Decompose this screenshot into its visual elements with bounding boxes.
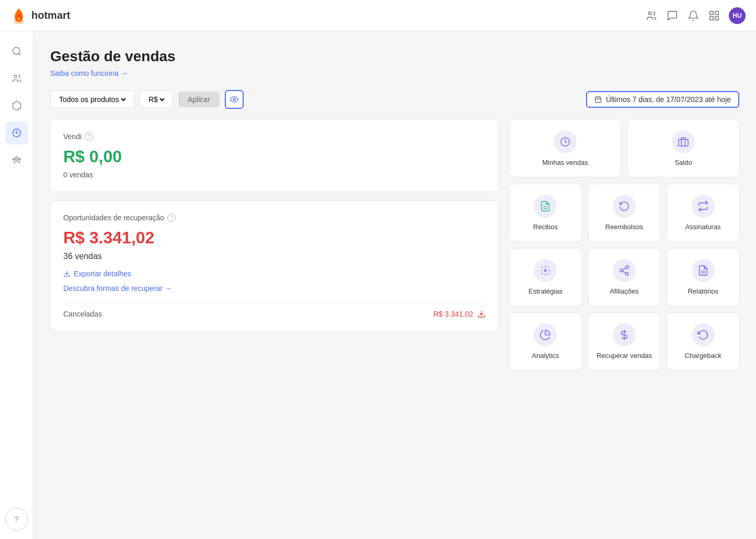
- svg-point-18: [544, 270, 546, 272]
- date-filter[interactable]: Últimos 7 dias, de 17/07/2023 até hoje: [586, 91, 739, 108]
- filters-row: Todos os produtos R$ Aplicar Últimos 7 d…: [50, 90, 739, 109]
- card-reembolsos[interactable]: Reembolsos: [588, 184, 661, 242]
- export-icon: [63, 270, 71, 277]
- export-link[interactable]: Exportar detalhes: [63, 270, 486, 278]
- reembolsos-label: Reembolsos: [605, 223, 643, 231]
- product-filter[interactable]: Todos os produtos: [50, 91, 134, 108]
- cancelled-label: Canceladas: [63, 310, 102, 318]
- cancelled-value: R$ 3.341,02: [433, 310, 486, 318]
- afiliacoes-icon: [613, 259, 636, 282]
- right-grid: Minhas vendas Saldo Re: [509, 119, 739, 370]
- estrategias-icon: [534, 259, 557, 282]
- svg-rect-2: [710, 11, 713, 14]
- card-estrategias[interactable]: Estratégias: [509, 248, 582, 306]
- card-analytics[interactable]: Analytics: [509, 312, 582, 370]
- recibos-label: Recibos: [533, 223, 558, 231]
- grid-row-2: Recibos Reembolsos Assinaturas: [509, 184, 739, 242]
- card-recuperar-vendas[interactable]: Recuperar vendas: [588, 312, 661, 370]
- svg-point-9: [15, 157, 18, 160]
- bell-icon[interactable]: [687, 9, 700, 22]
- right-panel-inner: Minhas vendas Saldo Re: [509, 119, 739, 370]
- card-afiliacoes[interactable]: Afiliações: [588, 248, 661, 306]
- sidebar-item-products[interactable]: [5, 94, 28, 117]
- svg-rect-4: [710, 16, 713, 19]
- logo-flame-icon: [10, 7, 27, 24]
- vendi-sales: 0 vendas: [63, 171, 486, 179]
- analytics-label: Analytics: [532, 352, 559, 360]
- svg-rect-3: [715, 11, 718, 14]
- card-recibos[interactable]: Recibos: [509, 184, 582, 242]
- cancelled-row: Canceladas R$ 3.341,02: [63, 310, 486, 318]
- sidebar-help-button[interactable]: ?: [5, 508, 28, 531]
- recovery-help-icon[interactable]: ?: [167, 214, 176, 222]
- grid-icon[interactable]: [708, 9, 720, 22]
- vendi-help-icon[interactable]: ?: [85, 132, 93, 141]
- afiliacoes-label: Afiliações: [610, 287, 639, 295]
- analytics-icon: [534, 323, 557, 346]
- recuperar-vendas-icon: [613, 323, 636, 346]
- svg-point-6: [13, 48, 19, 54]
- svg-point-7: [14, 75, 17, 77]
- card-relatorios[interactable]: Relatórios: [667, 248, 739, 306]
- recuperar-vendas-label: Recuperar vendas: [597, 352, 652, 360]
- svg-rect-5: [715, 16, 718, 19]
- logo-text: hotmart: [31, 9, 70, 21]
- vendi-card: Vendi ? R$ 0,00 0 vendas: [50, 119, 499, 192]
- page-subtitle-link[interactable]: Saiba como funciona →: [50, 69, 739, 77]
- page-title: Gestão de vendas: [50, 48, 739, 65]
- download-icon[interactable]: [477, 310, 486, 318]
- chargeback-icon: [692, 323, 715, 346]
- recibos-icon: [534, 195, 557, 218]
- svg-point-1: [649, 12, 652, 15]
- minhas-vendas-label: Minhas vendas: [542, 159, 588, 166]
- assinaturas-label: Assinaturas: [685, 223, 721, 231]
- minhas-vendas-icon: [554, 130, 577, 153]
- eye-toggle-button[interactable]: [225, 90, 244, 109]
- card-saldo[interactable]: Saldo: [627, 119, 739, 177]
- svg-point-19: [626, 266, 629, 268]
- card-assinaturas[interactable]: Assinaturas: [667, 184, 739, 242]
- sidebar-item-finance[interactable]: [5, 121, 28, 144]
- chat-icon[interactable]: [666, 9, 679, 22]
- sidebar-item-search[interactable]: [5, 40, 28, 63]
- svg-point-21: [626, 273, 629, 276]
- chargeback-label: Chargeback: [685, 352, 721, 360]
- divider: [63, 303, 486, 304]
- relatorios-label: Relatórios: [688, 287, 718, 295]
- svg-rect-15: [679, 139, 688, 146]
- recover-link[interactable]: Descubra formas de recuperar →: [63, 284, 486, 293]
- recovery-card: Oportunidades de recuperação ? R$ 3.341,…: [50, 200, 499, 331]
- saldo-icon: [672, 130, 695, 153]
- reembolsos-icon: [613, 195, 636, 218]
- main-content: Gestão de vendas Saiba como funciona → T…: [33, 31, 756, 539]
- grid-row-1: Minhas vendas Saldo: [509, 119, 739, 177]
- svg-point-10: [233, 98, 235, 100]
- calendar-icon: [594, 96, 602, 103]
- team-icon[interactable]: [645, 9, 658, 22]
- grid-row-3: Estratégias Afiliações Relatórios: [509, 248, 739, 306]
- sidebar-item-users[interactable]: [5, 67, 28, 90]
- vendi-value: R$ 0,00: [63, 147, 486, 166]
- card-minhas-vendas[interactable]: Minhas vendas: [509, 119, 621, 177]
- logo[interactable]: hotmart: [10, 7, 70, 24]
- recovery-label: Oportunidades de recuperação ?: [63, 214, 486, 222]
- vendi-label: Vendi ?: [63, 132, 486, 141]
- currency-filter[interactable]: R$: [140, 91, 173, 108]
- svg-rect-11: [595, 97, 601, 103]
- currency-select[interactable]: R$: [146, 95, 166, 104]
- recovery-value: R$ 3.341,02: [63, 228, 486, 248]
- user-avatar[interactable]: HU: [729, 7, 746, 24]
- header-actions: HU: [645, 7, 746, 24]
- saldo-label: Saldo: [674, 159, 692, 166]
- sidebar: ?: [0, 31, 33, 539]
- content-row: Vendi ? R$ 0,00 0 vendas Oportunidades d…: [50, 119, 739, 370]
- product-select[interactable]: Todos os produtos: [57, 95, 128, 104]
- relatorios-icon: [692, 259, 715, 282]
- sidebar-item-affiliates[interactable]: [5, 149, 28, 172]
- apply-button[interactable]: Aplicar: [178, 92, 220, 107]
- assinaturas-icon: [692, 195, 715, 218]
- left-panels: Vendi ? R$ 0,00 0 vendas Oportunidades d…: [50, 119, 499, 370]
- recovery-sales: 36 vendas: [63, 252, 486, 261]
- svg-point-20: [620, 269, 623, 272]
- card-chargeback[interactable]: Chargeback: [667, 312, 739, 370]
